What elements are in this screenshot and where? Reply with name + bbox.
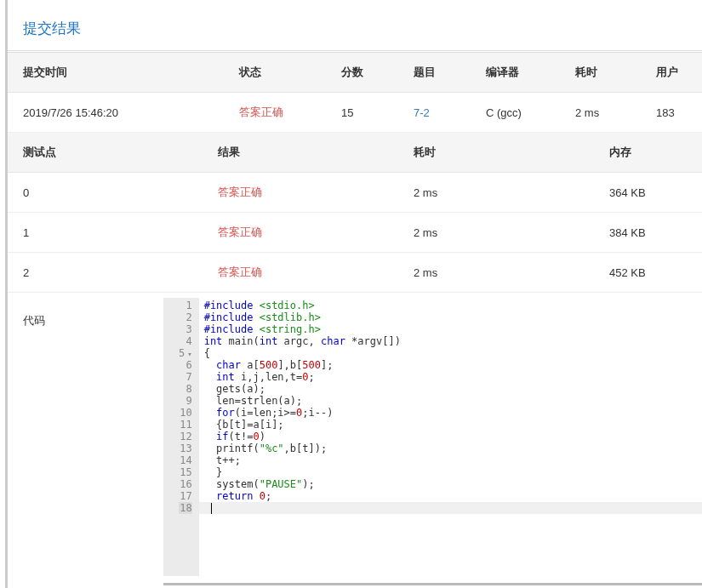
code-line[interactable]: len=strlen(a);	[204, 395, 697, 407]
cell-testpoint: 1	[8, 213, 208, 253]
cell-compiler: C (gcc)	[476, 93, 565, 133]
table-header-row: 测试点 结果 耗时 内存	[8, 133, 702, 173]
cell-time: 2019/7/26 15:46:20	[8, 93, 229, 133]
testcase-row: 2答案正确2 ms452 KB	[8, 253, 702, 293]
code-content[interactable]: #include <stdio.h>#include <stdlib.h>#in…	[199, 298, 702, 576]
line-number: 11	[179, 419, 192, 431]
cell-result: 答案正确	[208, 213, 403, 253]
col-status: 状态	[229, 53, 331, 93]
cell-elapsed: 2 ms	[403, 173, 599, 213]
line-number: 15	[179, 466, 192, 478]
line-number: 6	[179, 359, 192, 371]
code-line[interactable]: gets(a);	[204, 383, 697, 395]
line-number: 16	[179, 478, 192, 490]
cell-result: 答案正确	[208, 173, 403, 213]
code-line[interactable]: if(t!=0)	[204, 431, 697, 442]
code-line[interactable]: {b[t]=a[i];	[204, 419, 697, 431]
code-line[interactable]: system("PAUSE");	[204, 478, 697, 490]
line-number: 1	[179, 300, 192, 311]
cell-memory: 452 KB	[599, 253, 702, 293]
col-compiler: 编译器	[476, 53, 565, 93]
cell-memory: 364 KB	[599, 173, 702, 213]
code-line[interactable]: #include <stdio.h>	[204, 300, 697, 311]
col-score: 分数	[331, 53, 403, 93]
col-memory: 内存	[599, 133, 702, 173]
code-line[interactable]: return 0;	[204, 490, 697, 502]
testcase-table: 测试点 结果 耗时 内存 0答案正确2 ms364 KB1答案正确2 ms384…	[8, 133, 702, 293]
cell-result: 答案正确	[208, 253, 403, 293]
line-number: 14	[179, 454, 192, 466]
code-line[interactable]: #include <stdlib.h>	[204, 311, 697, 323]
code-line[interactable]: int i,j,len,t=0;	[204, 371, 697, 383]
code-line[interactable]: int main(int argc, char *argv[])	[204, 335, 697, 347]
line-number: 17	[179, 490, 192, 502]
cell-memory: 384 KB	[599, 213, 702, 253]
line-number: 4	[179, 335, 192, 347]
line-number: 7	[179, 371, 192, 383]
cell-elapsed: 2 ms	[403, 253, 599, 293]
col-problem: 题目	[403, 53, 476, 93]
cell-score: 15	[331, 93, 403, 133]
line-number: 8	[179, 383, 192, 395]
code-line[interactable]: printf("%c",b[t]);	[204, 442, 697, 454]
col-elapsed: 耗时	[565, 53, 646, 93]
testcase-row: 0答案正确2 ms364 KB	[8, 173, 702, 213]
col-elapsed: 耗时	[403, 133, 599, 173]
bottom-divider	[163, 583, 702, 588]
cell-testpoint: 2	[8, 253, 208, 293]
cell-status: 答案正确	[229, 93, 331, 133]
code-label: 代码	[23, 298, 163, 576]
cell-testpoint: 0	[8, 173, 208, 213]
line-number: 13	[179, 442, 192, 454]
line-number: 12	[179, 431, 192, 442]
col-result: 结果	[208, 133, 403, 173]
testcase-row: 1答案正确2 ms384 KB	[8, 213, 702, 253]
code-line[interactable]: #include <string.h>	[204, 323, 697, 335]
submission-row: 2019/7/26 15:46:20 答案正确 15 7-2 C (gcc) 2…	[8, 93, 702, 133]
code-line[interactable]: t++;	[204, 454, 697, 466]
line-number: 5	[179, 347, 192, 359]
line-number: 10	[179, 407, 192, 419]
code-editor[interactable]: 123456789101112131415161718 #include <st…	[163, 298, 702, 576]
code-line[interactable]: }	[204, 466, 697, 478]
col-user: 用户	[646, 53, 702, 93]
cell-problem[interactable]: 7-2	[403, 93, 476, 133]
col-time: 提交时间	[8, 53, 229, 93]
page-title: 提交结果	[8, 0, 702, 51]
line-number: 2	[179, 311, 192, 323]
code-line[interactable]: char a[500],b[500];	[204, 359, 697, 371]
code-line[interactable]: for(i=len;i>=0;i--)	[204, 407, 697, 419]
code-line[interactable]: {	[204, 347, 697, 359]
line-number: 9	[179, 395, 192, 407]
cell-elapsed: 2 ms	[403, 213, 599, 253]
code-gutter: 123456789101112131415161718	[163, 298, 199, 576]
cell-user: 183	[646, 93, 702, 133]
line-number: 18	[179, 502, 192, 514]
cell-elapsed: 2 ms	[565, 93, 646, 133]
line-number: 3	[179, 323, 192, 335]
submission-summary-table: 提交时间 状态 分数 题目 编译器 耗时 用户 2019/7/26 15:46:…	[8, 53, 702, 133]
table-header-row: 提交时间 状态 分数 题目 编译器 耗时 用户	[8, 53, 702, 93]
col-testpoint: 测试点	[8, 133, 208, 173]
